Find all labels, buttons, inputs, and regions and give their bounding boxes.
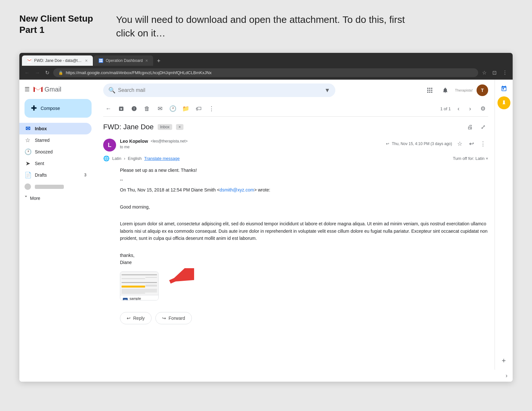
bookmark-icon[interactable]: ☆ <box>481 68 488 77</box>
svg-point-15 <box>431 92 432 93</box>
translate-link[interactable]: Translate message <box>144 156 180 161</box>
svg-rect-1 <box>99 58 103 63</box>
sidebar-drafts-label: Drafts <box>35 172 80 178</box>
gmail-wordmark: Gmail <box>44 86 61 93</box>
snooze-button[interactable]: 🕐 <box>168 103 178 114</box>
move-to-button[interactable]: 📁 <box>181 103 191 114</box>
sidebar-item-inbox[interactable]: ✉ Inbox <box>19 123 92 134</box>
expand-chevron-icon[interactable]: › <box>506 372 507 379</box>
search-box[interactable]: 🔍 ▼ <box>103 83 335 97</box>
hamburger-icon[interactable]: ☰ <box>25 86 30 93</box>
svg-rect-5 <box>101 61 103 62</box>
sidebar-starred-label: Starred <box>35 138 86 143</box>
forward-icon: ↪ <box>162 316 166 321</box>
forward-button[interactable]: → <box>34 69 41 77</box>
tab-dashboard-close[interactable]: × <box>145 58 148 63</box>
lorem-text: Lorem ipsum dolor sit amet, consectetur … <box>120 220 488 242</box>
browser-toolbar: ← → ↻ 🔒 https://mail.google.com/mail/#in… <box>19 66 513 80</box>
browser-window: FWD: Jane Doe - data@thera… × Operation … <box>19 53 513 382</box>
remove-inbox-badge-button[interactable]: × <box>176 124 183 130</box>
cast-icon[interactable]: ⊡ <box>491 68 498 77</box>
svg-point-11 <box>429 90 430 91</box>
settings-button[interactable]: ⚙ <box>478 103 488 114</box>
sidebar-item-starred[interactable]: ☆ Starred <box>19 134 92 146</box>
sender-email: <leo@therapista.net> <box>151 139 188 143</box>
search-input[interactable] <box>118 87 322 93</box>
forward-button[interactable]: ↪ Forward <box>155 312 192 324</box>
notifications-icon[interactable] <box>439 84 451 96</box>
reply-button[interactable]: ↩ Reply <box>120 312 152 324</box>
sender-name-row: Leo Kopelow <leo@therapista.net> <box>120 139 382 144</box>
sidebar-item-drafts[interactable]: 📄 Drafts 3 <box>19 169 92 181</box>
label-button[interactable]: 🏷 <box>193 103 204 114</box>
tab-gmail-close[interactable]: × <box>85 58 88 63</box>
sidebar-item-snoozed[interactable]: 🕐 Snoozed <box>19 146 92 158</box>
svg-point-12 <box>431 90 432 91</box>
svg-point-10 <box>427 90 429 91</box>
apps-icon[interactable] <box>424 84 436 96</box>
menu-icon[interactable]: ⋮ <box>501 68 509 77</box>
report-spam-button[interactable] <box>129 103 139 114</box>
gmail-main: 🔍 ▼ <box>97 80 495 370</box>
more-email-options-button[interactable]: ⋮ <box>478 139 488 149</box>
open-in-new-window-button[interactable]: ⤢ <box>478 122 488 132</box>
gmail-logo: Gmail <box>33 85 61 93</box>
sender-info: Leo Kopelow <leo@therapista.net> to me <box>120 139 382 150</box>
compose-button[interactable]: ✚ Compose <box>25 99 92 118</box>
topbar-icons: Therapista! T <box>424 84 488 96</box>
attachment-wrapper: W sample IFSP.docx <box>120 271 159 300</box>
word-doc-icon: W <box>123 298 128 300</box>
prev-email-button[interactable]: ‹ <box>453 103 464 114</box>
turn-off-translation[interactable]: Turn off for: Latin × <box>453 156 488 161</box>
dashboard-favicon-icon <box>99 58 103 63</box>
gmail-m-icon <box>33 85 43 93</box>
svg-rect-2 <box>99 59 101 60</box>
url-text: https://mail.google.com/mail/#inbox/FMfc… <box>66 70 212 75</box>
quoted-greeting: Good morning, <box>120 203 488 210</box>
attachment-thumbnail[interactable]: W sample IFSP.docx <box>120 271 159 300</box>
more-options-button[interactable]: ⋮ <box>206 103 217 114</box>
reply-email-button[interactable]: ↩ <box>466 139 477 149</box>
reply-icon: ↩ <box>386 142 389 146</box>
body-greeting: Please set up as a new client. Thanks! <box>120 167 488 174</box>
next-email-button[interactable]: › <box>465 103 475 114</box>
sidebar-item-blurred[interactable]: ████████████ <box>19 181 92 192</box>
sidebar-item-sent[interactable]: ➤ Sent <box>19 158 92 169</box>
email-reply-area: ↩ Reply ↪ Forward <box>103 312 488 324</box>
print-button[interactable]: 🖨 <box>465 122 475 132</box>
inbox-icon: ✉ <box>25 125 31 132</box>
more-label: More <box>30 196 40 201</box>
snoozed-icon: 🕐 <box>25 148 31 155</box>
drafts-icon: 📄 <box>25 171 31 179</box>
sidebar-inbox-label: Inbox <box>35 126 86 131</box>
back-to-inbox-button[interactable]: ← <box>103 103 113 114</box>
delete-button[interactable]: 🗑 <box>142 103 152 114</box>
right-sidebar-calendar-icon[interactable] <box>498 82 510 95</box>
instruction-title: New Client SetupPart 1 <box>19 13 103 35</box>
red-arrow-indicator <box>162 268 194 288</box>
back-button[interactable]: ← <box>23 69 31 77</box>
archive-button[interactable] <box>116 103 126 114</box>
mark-unread-button[interactable]: ✉ <box>155 103 165 114</box>
quoted-email-link[interactable]: dsmith@xyz.com <box>220 187 254 192</box>
compose-label: Compose <box>41 106 60 111</box>
svg-rect-3 <box>101 59 103 60</box>
email-toolbar: ← 🗑 ✉ 🕐 📁 🏷 ⋮ 1 of 1 ‹ <box>103 101 488 117</box>
right-sidebar-keep-icon[interactable] <box>498 96 510 109</box>
browser-tab-dashboard[interactable]: Operation Dashboard × <box>94 55 153 66</box>
sidebar-more[interactable]: ˅ More <box>19 192 97 204</box>
email-subject-actions: 🖨 ⤢ <box>465 122 488 132</box>
search-dropdown-icon[interactable]: ▼ <box>324 87 330 94</box>
address-bar[interactable]: 🔒 https://mail.google.com/mail/#inbox/FM… <box>53 68 478 77</box>
refresh-button[interactable]: ↻ <box>44 68 51 77</box>
new-tab-button[interactable]: + <box>154 56 164 66</box>
sender-to[interactable]: to me <box>120 145 130 149</box>
star-email-button[interactable]: ☆ <box>455 139 465 149</box>
lang-to-dropdown[interactable]: English <box>128 156 142 161</box>
lang-from-dropdown[interactable]: Latin <box>112 156 121 161</box>
attachment-preview <box>120 272 158 295</box>
right-sidebar-plus-icon[interactable]: + <box>498 354 510 367</box>
browser-tab-gmail[interactable]: FWD: Jane Doe - data@thera… × <box>22 55 93 66</box>
svg-line-17 <box>170 272 192 282</box>
user-avatar[interactable]: T <box>477 84 488 96</box>
